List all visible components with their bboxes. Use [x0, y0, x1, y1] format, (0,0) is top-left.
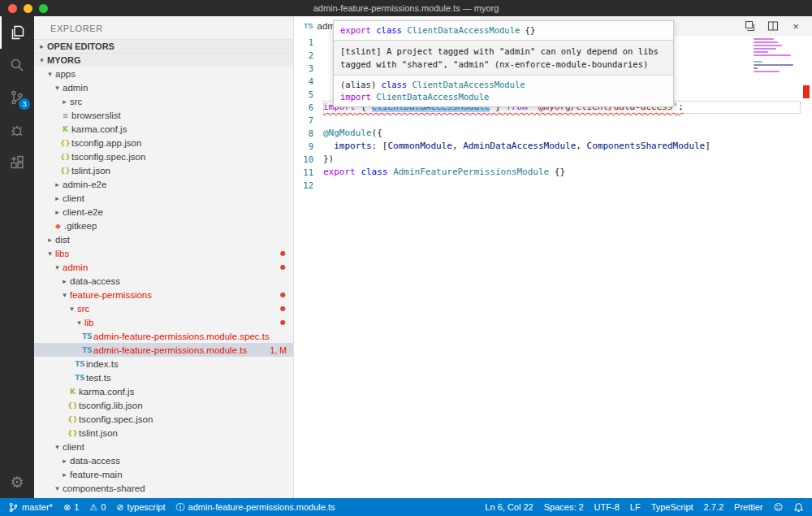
code-line-9[interactable]: 9 imports: [CommonModule, AdminDataAcces…: [294, 140, 812, 153]
line-tokens: export class AdminFeaturePermissionsModu…: [323, 167, 565, 177]
search-icon[interactable]: [0, 49, 34, 81]
tree-item-label: lib: [84, 318, 94, 327]
tree-item-client-e2e[interactable]: ▸client-e2e: [34, 205, 293, 219]
tree-item-label: data-access: [70, 456, 120, 466]
token: {}: [520, 25, 535, 35]
status-typescript-status[interactable]: ⊘typescript: [116, 502, 165, 513]
tree-item-src[interactable]: ▾src●: [34, 301, 293, 315]
line-number[interactable]: 8: [294, 127, 323, 140]
code-line-8[interactable]: 8@NgModule({: [294, 127, 812, 140]
tree-item-feature-permissions[interactable]: ▾feature-permissions●: [34, 288, 293, 301]
tree-item-browserslist[interactable]: ≡browserslist: [34, 108, 293, 122]
status-typescript-version[interactable]: 2.7.2: [704, 502, 723, 512]
line-number[interactable]: 7: [294, 114, 323, 127]
minimize-window-button[interactable]: [24, 4, 32, 13]
tree-item-karma.conf.js[interactable]: Kkarma.conf.js: [34, 122, 293, 136]
status-label: UTF-8: [594, 502, 620, 512]
code-line-12[interactable]: 12: [294, 179, 812, 192]
problems-badge: 1, M: [270, 345, 293, 355]
tree-item-feature-main[interactable]: ▸feature-main: [34, 467, 293, 481]
tree-item-lib[interactable]: ▾lib●: [34, 315, 293, 329]
tree-item-tslint.json[interactable]: {}tslint.json: [34, 426, 293, 440]
line-number[interactable]: 11: [294, 166, 323, 179]
tree-item-karma.conf.js[interactable]: Kkarma.conf.js: [34, 384, 293, 398]
tree-item-test.ts[interactable]: TStest.ts: [34, 371, 293, 384]
token: ,: [576, 141, 586, 151]
status-language-mode[interactable]: TypeScript: [651, 502, 693, 512]
code-line-7[interactable]: 7: [294, 114, 812, 127]
line-content: @NgModule({: [323, 127, 812, 140]
status-problems-errors[interactable]: ⊗1: [63, 502, 79, 513]
zoom-window-button[interactable]: [39, 4, 48, 13]
tree-item-label: tslint.json: [71, 166, 110, 176]
tree-item-admin-feature-permissions.module.ts[interactable]: TSadmin-feature-permissions.module.ts1, …: [34, 343, 293, 357]
tree-item-components-shared[interactable]: ▾components-shared: [34, 481, 293, 495]
tree-item-tslint.json[interactable]: {}tslint.json: [34, 163, 293, 177]
tree-item-admin-e2e[interactable]: ▸admin-e2e: [34, 177, 293, 191]
info-icon: ⓘ: [176, 501, 185, 514]
tree-item-tsconfig.spec.json[interactable]: {}tsconfig.spec.json: [34, 412, 293, 426]
tree-item-admin-feature-permissions.module.spec.ts[interactable]: TSadmin-feature-permissions.module.spec.…: [34, 329, 293, 343]
tree-item-tsconfig.lib.json[interactable]: {}tsconfig.lib.json: [34, 398, 293, 412]
close-editor-icon[interactable]: ×: [789, 20, 802, 33]
status-indentation[interactable]: Spaces: 2: [544, 502, 584, 512]
hover-tooltip: export class ClientDataAccessModule {} […: [333, 20, 674, 107]
tree-item-.gitkeep[interactable]: ◆.gitkeep: [34, 219, 293, 232]
status-feedback[interactable]: ☺: [774, 502, 783, 513]
open-changes-icon[interactable]: [744, 20, 757, 33]
tree-item-data-access[interactable]: ▸data-access: [34, 453, 293, 467]
tree-item-client[interactable]: ▸client: [34, 191, 293, 205]
line-number[interactable]: 4: [294, 75, 323, 88]
status-formatter[interactable]: Prettier: [734, 502, 762, 512]
line-number[interactable]: 3: [294, 62, 323, 75]
tree-item-label: apps: [55, 69, 76, 79]
line-number[interactable]: 1: [294, 36, 323, 49]
warning-icon: ⚠: [89, 502, 97, 513]
line-number[interactable]: 12: [294, 179, 323, 192]
tree-item-tsconfig.app.json[interactable]: {}tsconfig.app.json: [34, 136, 293, 150]
status-git-branch[interactable]: master*: [8, 502, 53, 513]
tree-item-libs[interactable]: ▾libs●: [34, 246, 293, 260]
tree-item-apps[interactable]: ▾apps: [34, 67, 293, 80]
settings-gear-icon[interactable]: ⚙: [0, 466, 34, 498]
tree-item-admin[interactable]: ▾admin: [34, 80, 293, 94]
split-editor-icon[interactable]: [767, 20, 780, 33]
tree-item-client[interactable]: ▾client: [34, 440, 293, 453]
status-active-file-info[interactable]: ⓘadmin-feature-permissions.module.ts: [176, 501, 335, 514]
status-cursor-position[interactable]: Ln 6, Col 22: [485, 502, 533, 512]
token: AdminFeaturePermissionsModule: [393, 167, 549, 177]
status-label: master*: [22, 502, 53, 512]
scm-badge: 3: [19, 98, 30, 110]
tree-item-src[interactable]: ▸src: [34, 94, 293, 108]
error-dot-icon: ●: [280, 291, 293, 298]
line-number[interactable]: 5: [294, 88, 323, 101]
workspace-root-label: MYORG: [47, 55, 81, 65]
tree-item-label: client-e2e: [63, 207, 103, 217]
status-notifications[interactable]: [793, 502, 804, 513]
line-number[interactable]: 9: [294, 140, 323, 153]
code-line-11[interactable]: 11export class AdminFeaturePermissionsMo…: [294, 166, 812, 179]
tree-item-dist[interactable]: ▸dist: [34, 232, 293, 246]
tree-item-admin[interactable]: ▾admin●: [34, 260, 293, 274]
workspace-root-header[interactable]: ▾ MYORG: [34, 53, 293, 67]
line-number[interactable]: 6: [294, 101, 323, 114]
explorer-icon[interactable]: [0, 16, 34, 49]
token: export: [323, 167, 356, 177]
tree-item-data-access[interactable]: ▸data-access: [34, 274, 293, 288]
status-eol[interactable]: LF: [630, 502, 641, 512]
tree-item-index.ts[interactable]: TSindex.ts: [34, 357, 293, 371]
source-control-icon[interactable]: 3: [0, 81, 34, 114]
extensions-icon[interactable]: [0, 146, 34, 179]
line-number[interactable]: 10: [294, 153, 323, 166]
status-problems-warnings[interactable]: ⚠0: [89, 502, 106, 513]
code-line-10[interactable]: 10}): [294, 153, 812, 166]
open-editors-header[interactable]: ▸ OPEN EDITORS: [34, 39, 293, 53]
status-encoding[interactable]: UTF-8: [594, 502, 620, 512]
tree-item-tsconfig.spec.json[interactable]: {}tsconfig.spec.json: [34, 150, 293, 163]
tree-item-label: karma.conf.js: [79, 387, 134, 397]
line-number[interactable]: 2: [294, 49, 323, 62]
close-window-button[interactable]: [8, 4, 17, 13]
minimap[interactable]: [754, 38, 799, 76]
chevron-down-icon: ▾: [45, 249, 55, 258]
debug-icon[interactable]: [0, 114, 34, 146]
